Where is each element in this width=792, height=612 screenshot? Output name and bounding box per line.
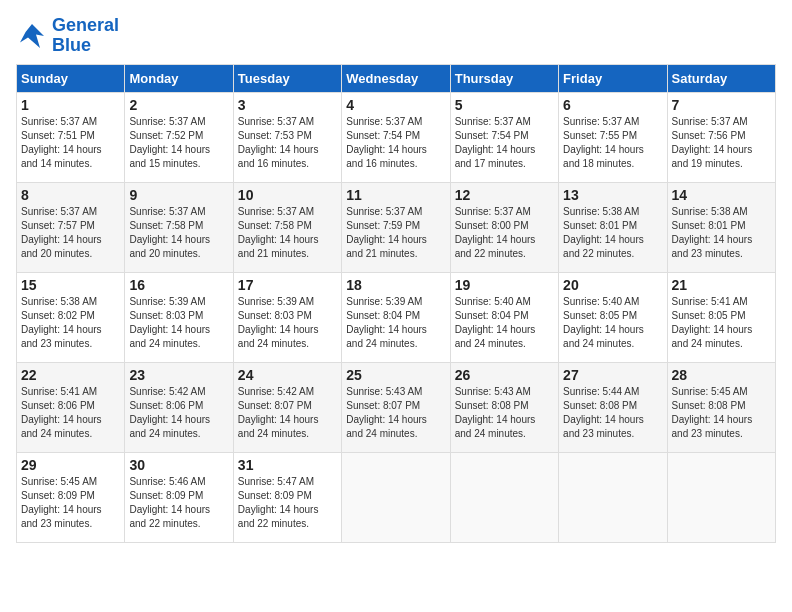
- day-info: Sunrise: 5:38 AM Sunset: 8:01 PM Dayligh…: [563, 205, 662, 261]
- day-number: 6: [563, 97, 662, 113]
- sunrise-label: Sunrise: 5:46 AM: [129, 476, 205, 487]
- day-number: 2: [129, 97, 228, 113]
- daylight-label: Daylight: 14 hours and 22 minutes.: [455, 234, 536, 259]
- calendar-day-9: 9 Sunrise: 5:37 AM Sunset: 7:58 PM Dayli…: [125, 182, 233, 272]
- daylight-label: Daylight: 14 hours and 15 minutes.: [129, 144, 210, 169]
- weekday-header-thursday: Thursday: [450, 64, 558, 92]
- daylight-label: Daylight: 14 hours and 14 minutes.: [21, 144, 102, 169]
- day-number: 28: [672, 367, 771, 383]
- calendar-day-24: 24 Sunrise: 5:42 AM Sunset: 8:07 PM Dayl…: [233, 362, 341, 452]
- calendar-day-23: 23 Sunrise: 5:42 AM Sunset: 8:06 PM Dayl…: [125, 362, 233, 452]
- daylight-label: Daylight: 14 hours and 20 minutes.: [129, 234, 210, 259]
- day-info: Sunrise: 5:37 AM Sunset: 7:57 PM Dayligh…: [21, 205, 120, 261]
- sunset-label: Sunset: 8:02 PM: [21, 310, 95, 321]
- day-info: Sunrise: 5:37 AM Sunset: 7:54 PM Dayligh…: [455, 115, 554, 171]
- day-info: Sunrise: 5:43 AM Sunset: 8:07 PM Dayligh…: [346, 385, 445, 441]
- sunrise-label: Sunrise: 5:45 AM: [672, 386, 748, 397]
- calendar-day-13: 13 Sunrise: 5:38 AM Sunset: 8:01 PM Dayl…: [559, 182, 667, 272]
- sunrise-label: Sunrise: 5:47 AM: [238, 476, 314, 487]
- daylight-label: Daylight: 14 hours and 24 minutes.: [672, 324, 753, 349]
- sunset-label: Sunset: 7:58 PM: [238, 220, 312, 231]
- daylight-label: Daylight: 14 hours and 24 minutes.: [346, 324, 427, 349]
- calendar-week-5: 29 Sunrise: 5:45 AM Sunset: 8:09 PM Dayl…: [17, 452, 776, 542]
- logo: General Blue: [16, 16, 119, 56]
- weekday-header-row: SundayMondayTuesdayWednesdayThursdayFrid…: [17, 64, 776, 92]
- sunset-label: Sunset: 7:57 PM: [21, 220, 95, 231]
- daylight-label: Daylight: 14 hours and 18 minutes.: [563, 144, 644, 169]
- day-info: Sunrise: 5:37 AM Sunset: 7:59 PM Dayligh…: [346, 205, 445, 261]
- sunrise-label: Sunrise: 5:41 AM: [21, 386, 97, 397]
- day-number: 10: [238, 187, 337, 203]
- daylight-label: Daylight: 14 hours and 24 minutes.: [563, 324, 644, 349]
- calendar-day-4: 4 Sunrise: 5:37 AM Sunset: 7:54 PM Dayli…: [342, 92, 450, 182]
- day-info: Sunrise: 5:37 AM Sunset: 7:58 PM Dayligh…: [238, 205, 337, 261]
- daylight-label: Daylight: 14 hours and 16 minutes.: [238, 144, 319, 169]
- day-info: Sunrise: 5:37 AM Sunset: 8:00 PM Dayligh…: [455, 205, 554, 261]
- sunset-label: Sunset: 8:05 PM: [563, 310, 637, 321]
- day-number: 7: [672, 97, 771, 113]
- day-number: 26: [455, 367, 554, 383]
- day-number: 11: [346, 187, 445, 203]
- daylight-label: Daylight: 14 hours and 23 minutes.: [672, 414, 753, 439]
- day-number: 24: [238, 367, 337, 383]
- sunset-label: Sunset: 7:59 PM: [346, 220, 420, 231]
- sunset-label: Sunset: 7:51 PM: [21, 130, 95, 141]
- calendar-day-15: 15 Sunrise: 5:38 AM Sunset: 8:02 PM Dayl…: [17, 272, 125, 362]
- sunrise-label: Sunrise: 5:39 AM: [238, 296, 314, 307]
- daylight-label: Daylight: 14 hours and 23 minutes.: [672, 234, 753, 259]
- day-info: Sunrise: 5:37 AM Sunset: 7:55 PM Dayligh…: [563, 115, 662, 171]
- day-info: Sunrise: 5:39 AM Sunset: 8:03 PM Dayligh…: [238, 295, 337, 351]
- sunrise-label: Sunrise: 5:43 AM: [455, 386, 531, 397]
- weekday-header-monday: Monday: [125, 64, 233, 92]
- day-number: 1: [21, 97, 120, 113]
- weekday-header-friday: Friday: [559, 64, 667, 92]
- sunset-label: Sunset: 7:54 PM: [455, 130, 529, 141]
- sunrise-label: Sunrise: 5:38 AM: [563, 206, 639, 217]
- day-info: Sunrise: 5:37 AM Sunset: 7:52 PM Dayligh…: [129, 115, 228, 171]
- day-info: Sunrise: 5:41 AM Sunset: 8:05 PM Dayligh…: [672, 295, 771, 351]
- sunrise-label: Sunrise: 5:38 AM: [21, 296, 97, 307]
- calendar-day-5: 5 Sunrise: 5:37 AM Sunset: 7:54 PM Dayli…: [450, 92, 558, 182]
- sunset-label: Sunset: 7:54 PM: [346, 130, 420, 141]
- sunrise-label: Sunrise: 5:37 AM: [129, 116, 205, 127]
- daylight-label: Daylight: 14 hours and 24 minutes.: [455, 414, 536, 439]
- daylight-label: Daylight: 14 hours and 23 minutes.: [21, 504, 102, 529]
- sunset-label: Sunset: 8:01 PM: [563, 220, 637, 231]
- day-number: 9: [129, 187, 228, 203]
- calendar-day-10: 10 Sunrise: 5:37 AM Sunset: 7:58 PM Dayl…: [233, 182, 341, 272]
- logo-text: General Blue: [52, 16, 119, 56]
- empty-cell: [342, 452, 450, 542]
- day-number: 22: [21, 367, 120, 383]
- day-number: 18: [346, 277, 445, 293]
- sunrise-label: Sunrise: 5:37 AM: [346, 206, 422, 217]
- daylight-label: Daylight: 14 hours and 21 minutes.: [346, 234, 427, 259]
- calendar-day-11: 11 Sunrise: 5:37 AM Sunset: 7:59 PM Dayl…: [342, 182, 450, 272]
- calendar-day-6: 6 Sunrise: 5:37 AM Sunset: 7:55 PM Dayli…: [559, 92, 667, 182]
- calendar-week-1: 1 Sunrise: 5:37 AM Sunset: 7:51 PM Dayli…: [17, 92, 776, 182]
- sunset-label: Sunset: 8:06 PM: [129, 400, 203, 411]
- sunset-label: Sunset: 8:07 PM: [238, 400, 312, 411]
- day-info: Sunrise: 5:37 AM Sunset: 7:51 PM Dayligh…: [21, 115, 120, 171]
- calendar-day-28: 28 Sunrise: 5:45 AM Sunset: 8:08 PM Dayl…: [667, 362, 775, 452]
- calendar-day-20: 20 Sunrise: 5:40 AM Sunset: 8:05 PM Dayl…: [559, 272, 667, 362]
- calendar-table: SundayMondayTuesdayWednesdayThursdayFrid…: [16, 64, 776, 543]
- day-info: Sunrise: 5:42 AM Sunset: 8:07 PM Dayligh…: [238, 385, 337, 441]
- daylight-label: Daylight: 14 hours and 21 minutes.: [238, 234, 319, 259]
- day-info: Sunrise: 5:38 AM Sunset: 8:02 PM Dayligh…: [21, 295, 120, 351]
- daylight-label: Daylight: 14 hours and 24 minutes.: [129, 324, 210, 349]
- sunrise-label: Sunrise: 5:39 AM: [346, 296, 422, 307]
- calendar-body: 1 Sunrise: 5:37 AM Sunset: 7:51 PM Dayli…: [17, 92, 776, 542]
- calendar-day-2: 2 Sunrise: 5:37 AM Sunset: 7:52 PM Dayli…: [125, 92, 233, 182]
- day-number: 20: [563, 277, 662, 293]
- calendar-day-22: 22 Sunrise: 5:41 AM Sunset: 8:06 PM Dayl…: [17, 362, 125, 452]
- calendar-week-3: 15 Sunrise: 5:38 AM Sunset: 8:02 PM Dayl…: [17, 272, 776, 362]
- day-info: Sunrise: 5:46 AM Sunset: 8:09 PM Dayligh…: [129, 475, 228, 531]
- day-number: 25: [346, 367, 445, 383]
- sunrise-label: Sunrise: 5:44 AM: [563, 386, 639, 397]
- sunset-label: Sunset: 8:01 PM: [672, 220, 746, 231]
- calendar-day-16: 16 Sunrise: 5:39 AM Sunset: 8:03 PM Dayl…: [125, 272, 233, 362]
- sunrise-label: Sunrise: 5:45 AM: [21, 476, 97, 487]
- empty-cell: [667, 452, 775, 542]
- calendar-day-25: 25 Sunrise: 5:43 AM Sunset: 8:07 PM Dayl…: [342, 362, 450, 452]
- empty-cell: [450, 452, 558, 542]
